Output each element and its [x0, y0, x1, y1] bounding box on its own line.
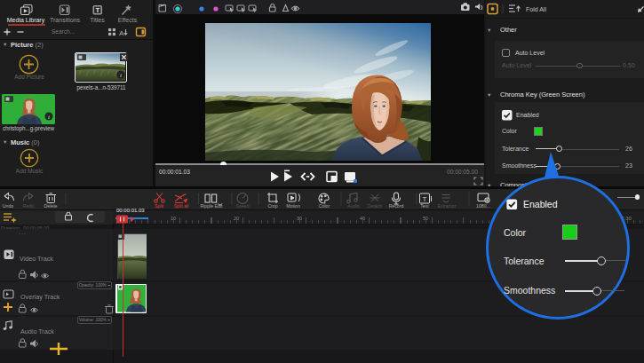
- svg-text:T: T: [423, 194, 427, 202]
- svg-text:i: i: [48, 114, 50, 121]
- svg-text:i: i: [120, 72, 122, 79]
- svg-text:A: A: [119, 29, 124, 37]
- svg-text:T: T: [96, 7, 100, 13]
